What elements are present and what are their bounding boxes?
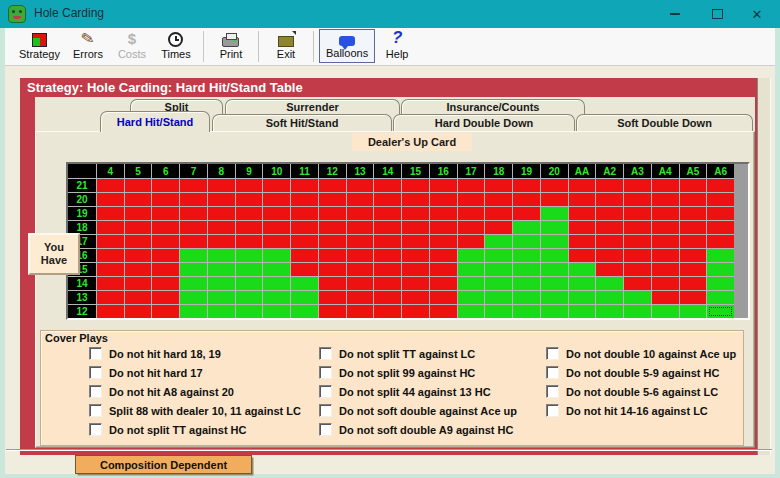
grid-cell-18-aa[interactable] [569,221,596,234]
grid-cell-13-18[interactable] [485,291,512,304]
grid-cell-19-17[interactable] [458,207,485,220]
grid-cell-18-18[interactable] [485,221,512,234]
checkbox-do-not-hit-hard-17[interactable] [89,366,102,379]
grid-cell-13-13[interactable] [347,291,374,304]
grid-cell-14-9[interactable] [236,277,263,290]
grid-cell-13-6[interactable] [152,291,179,304]
grid-cell-18-8[interactable] [208,221,235,234]
grid-cell-14-aa[interactable] [569,277,596,290]
grid-cell-15-a5[interactable] [680,263,707,276]
grid-cell-12-4[interactable] [97,305,124,318]
composition-dependent-button[interactable]: Composition Dependent [75,455,252,474]
grid-cell-19-19[interactable] [513,207,540,220]
grid-cell-16-a5[interactable] [680,249,707,262]
grid-cell-15-7[interactable] [180,263,207,276]
grid-cell-19-a5[interactable] [680,207,707,220]
grid-cell-18-19[interactable] [513,221,540,234]
grid-cell-21-a5[interactable] [680,179,707,192]
grid-cell-17-18[interactable] [485,235,512,248]
tab-soft-double-down[interactable]: Soft Double Down [576,114,753,131]
checkbox-do-not-double-10-against-ace-up[interactable] [546,347,559,360]
grid-cell-16-4[interactable] [97,249,124,262]
grid-cell-20-13[interactable] [347,193,374,206]
grid-cell-18-10[interactable] [263,221,290,234]
grid-cell-16-17[interactable] [458,249,485,262]
tab-insurance-counts[interactable]: Insurance/Counts [401,99,585,114]
grid-cell-17-8[interactable] [208,235,235,248]
grid-cell-21-13[interactable] [347,179,374,192]
grid-cell-17-14[interactable] [374,235,401,248]
grid-cell-17-17[interactable] [458,235,485,248]
grid-cell-16-aa[interactable] [569,249,596,262]
grid-cell-15-19[interactable] [513,263,540,276]
grid-cell-13-19[interactable] [513,291,540,304]
grid-cell-13-aa[interactable] [569,291,596,304]
grid-cell-19-10[interactable] [263,207,290,220]
grid-cell-13-15[interactable] [402,291,429,304]
grid-cell-12-19[interactable] [513,305,540,318]
grid-cell-14-16[interactable] [430,277,457,290]
grid-cell-19-a6[interactable] [707,207,734,220]
grid-cell-21-15[interactable] [402,179,429,192]
grid-cell-19-20[interactable] [541,207,568,220]
checkbox-do-not-hit-a8-against-20[interactable] [89,385,102,398]
checkbox-do-not-soft-double-a9-against-hc[interactable] [319,423,332,436]
grid-cell-17-a4[interactable] [652,235,679,248]
grid-cell-16-13[interactable] [347,249,374,262]
grid-cell-19-7[interactable] [180,207,207,220]
grid-cell-19-16[interactable] [430,207,457,220]
grid-cell-18-16[interactable] [430,221,457,234]
grid-cell-14-5[interactable] [125,277,152,290]
grid-cell-19-5[interactable] [125,207,152,220]
grid-cell-20-15[interactable] [402,193,429,206]
grid-cell-12-10[interactable] [263,305,290,318]
grid-cell-21-aa[interactable] [569,179,596,192]
grid-cell-16-11[interactable] [291,249,318,262]
grid-cell-15-a4[interactable] [652,263,679,276]
grid-cell-21-7[interactable] [180,179,207,192]
grid-cell-17-11[interactable] [291,235,318,248]
grid-cell-15-6[interactable] [152,263,179,276]
grid-cell-20-a6[interactable] [707,193,734,206]
grid-cell-20-7[interactable] [180,193,207,206]
grid-cell-13-a6[interactable] [707,291,734,304]
checkbox-do-not-split-tt-against-hc[interactable] [89,423,102,436]
grid-cell-14-18[interactable] [485,277,512,290]
grid-cell-21-6[interactable] [152,179,179,192]
grid-cell-17-13[interactable] [347,235,374,248]
grid-cell-13-14[interactable] [374,291,401,304]
grid-cell-19-a4[interactable] [652,207,679,220]
grid-cell-15-17[interactable] [458,263,485,276]
grid-cell-13-16[interactable] [430,291,457,304]
grid-cell-21-14[interactable] [374,179,401,192]
grid-cell-17-a5[interactable] [680,235,707,248]
grid-cell-12-a2[interactable] [596,305,623,318]
grid-cell-14-20[interactable] [541,277,568,290]
checkbox-do-not-double-5-9-against-hc[interactable] [546,366,559,379]
grid-cell-19-12[interactable] [319,207,346,220]
grid-cell-12-8[interactable] [208,305,235,318]
grid-cell-14-13[interactable] [347,277,374,290]
grid-cell-21-10[interactable] [263,179,290,192]
grid-cell-16-19[interactable] [513,249,540,262]
grid-cell-14-a2[interactable] [596,277,623,290]
toolbar-button-balloons[interactable]: Balloons [319,29,375,63]
grid-cell-13-a2[interactable] [596,291,623,304]
grid-cell-21-a3[interactable] [624,179,651,192]
checkbox-do-not-hit-14-16-against-lc[interactable] [546,404,559,417]
grid-cell-12-14[interactable] [374,305,401,318]
grid-cell-12-a4[interactable] [652,305,679,318]
grid-cell-18-11[interactable] [291,221,318,234]
grid-cell-12-13[interactable] [347,305,374,318]
grid-cell-18-4[interactable] [97,221,124,234]
grid-cell-15-aa[interactable] [569,263,596,276]
grid-cell-16-9[interactable] [236,249,263,262]
grid-cell-20-16[interactable] [430,193,457,206]
grid-cell-14-a5[interactable] [680,277,707,290]
grid-cell-15-a2[interactable] [596,263,623,276]
grid-cell-18-a6[interactable] [707,221,734,234]
grid-cell-15-13[interactable] [347,263,374,276]
grid-cell-12-20[interactable] [541,305,568,318]
grid-cell-18-20[interactable] [541,221,568,234]
grid-cell-20-10[interactable] [263,193,290,206]
